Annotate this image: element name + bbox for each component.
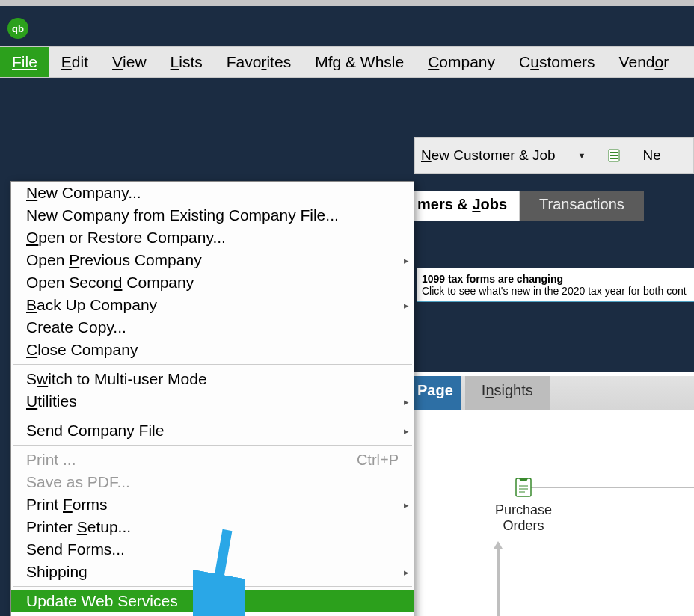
menuitem-print-forms[interactable]: Print Forms xyxy=(11,493,414,516)
menuitem-shipping[interactable]: Shipping xyxy=(11,561,414,583)
menuitem-open-second[interactable]: Open Second Company xyxy=(11,271,414,294)
svg-rect-1 xyxy=(610,152,618,153)
menu-edit[interactable]: Edit xyxy=(49,47,100,77)
notice-1099-panel[interactable]: 1099 tax forms are changing Click to see… xyxy=(417,268,694,302)
menuitem-send-company-file[interactable]: Send Company File xyxy=(11,419,414,442)
menuitem-send-forms[interactable]: Send Forms... xyxy=(11,538,414,561)
toolbar-strip xyxy=(0,78,694,103)
menuitem-update-web-services[interactable]: Update Web Services xyxy=(11,590,414,612)
menu-vendors[interactable]: Vendor xyxy=(607,47,681,77)
menu-customers[interactable]: Customers xyxy=(507,47,607,77)
window-titlebar: qb xyxy=(0,0,694,46)
page-button[interactable]: Page xyxy=(414,376,461,410)
page-insights-toggle: Page Insights xyxy=(414,376,694,410)
content-area: New Customer & Job ▼ Ne mers & Jobs Tran… xyxy=(0,103,694,616)
menu-favorites[interactable]: Favorites xyxy=(215,47,303,77)
menuitem-save-pdf: Save as PDF... xyxy=(11,471,414,493)
menu-file[interactable]: File xyxy=(0,47,49,77)
menuitem-print: Print ...Ctrl+P xyxy=(11,449,414,471)
svg-rect-3 xyxy=(610,158,618,159)
menu-separator xyxy=(13,364,412,365)
menuitem-new-company-existing[interactable]: New Company from Existing Company File..… xyxy=(11,204,414,227)
insights-button[interactable]: Insights xyxy=(465,376,550,410)
menuitem-switch-multiuser[interactable]: Switch to Multi-user Mode xyxy=(11,368,414,390)
menu-lists[interactable]: Lists xyxy=(159,47,215,77)
menu-company[interactable]: Company xyxy=(416,47,507,77)
workflow-arrow-up xyxy=(497,548,500,616)
po-label-2: Orders xyxy=(449,518,598,534)
file-dropdown-menu: New Company... New Company from Existing… xyxy=(10,181,414,616)
notice-title: 1099 tax forms are changing xyxy=(422,273,694,285)
menu-separator xyxy=(13,445,412,446)
purchase-orders-node[interactable]: Purchase Orders xyxy=(449,477,598,534)
purchase-order-icon xyxy=(515,477,532,498)
menu-separator xyxy=(13,416,412,416)
new-trailing[interactable]: Ne xyxy=(642,147,660,164)
main-menubar: File Edit View Lists Favorites Mfg & Whs… xyxy=(0,46,694,78)
menuitem-printer-setup[interactable]: Printer Setup... xyxy=(11,516,414,538)
menuitem-create-copy[interactable]: Create Copy... xyxy=(11,316,414,339)
svg-rect-2 xyxy=(610,155,618,156)
menuitem-backup[interactable]: Back Up Company xyxy=(11,294,414,316)
customer-ribbon: New Customer & Job ▼ Ne xyxy=(414,137,694,174)
excel-doc-icon[interactable] xyxy=(608,149,620,162)
tab-customers-jobs[interactable]: mers & Jobs xyxy=(414,191,520,221)
quickbooks-logo-icon: qb xyxy=(7,18,28,39)
tab-transactions[interactable]: Transactions xyxy=(520,191,644,221)
menuitem-utilities[interactable]: Utilities xyxy=(11,390,414,413)
menuitem-exit[interactable]: ExitAlt+F4 xyxy=(11,612,414,616)
menu-view[interactable]: View xyxy=(100,47,159,77)
menu-mfg-whsle[interactable]: Mfg & Whsle xyxy=(303,47,416,77)
dropdown-caret-icon[interactable]: ▼ xyxy=(578,151,586,160)
po-label-1: Purchase xyxy=(449,502,598,518)
new-customer-job-button[interactable]: New Customer & Job xyxy=(421,147,556,164)
customer-tabs: mers & Jobs Transactions xyxy=(414,191,694,221)
notice-body: Click to see what's new in the 2020 tax … xyxy=(422,285,694,297)
menuitem-open-previous[interactable]: Open Previous Company xyxy=(11,249,414,271)
menuitem-new-company[interactable]: New Company... xyxy=(11,182,414,204)
menuitem-close-company[interactable]: Close Company xyxy=(11,339,414,361)
menuitem-open-restore[interactable]: Open or Restore Company... xyxy=(11,227,414,249)
menu-separator xyxy=(13,586,412,587)
